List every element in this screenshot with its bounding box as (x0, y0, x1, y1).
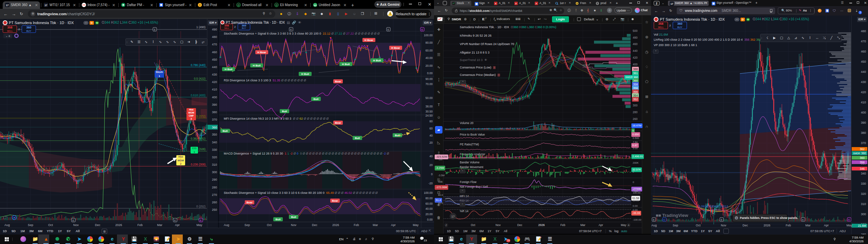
svg-text:07:59:04 UTC+7: 07:59:04 UTC+7 (579, 229, 601, 233)
svg-text:280: 280 (212, 186, 217, 189)
svg-text:3M: 3M (471, 229, 476, 233)
svg-text:Sep: Sep (28, 223, 33, 227)
svg-text:450: 450 (861, 60, 866, 63)
svg-text:Mar: Mar (157, 223, 162, 227)
svg-text:Apr: Apr (598, 223, 603, 227)
svg-text:All: All (504, 229, 507, 233)
svg-text:Foreign Flow: Foreign Flow (460, 180, 477, 184)
svg-text:H Bear: H Bear (391, 46, 400, 49)
svg-text:40: 40 (430, 155, 433, 158)
svg-text:362: 362 (860, 147, 865, 151)
svg-text:Mar: Mar (580, 223, 586, 227)
svg-text:Price to Book Value: Price to Book Value (460, 133, 485, 136)
svg-text:38.00: 38.00 (426, 105, 433, 108)
svg-text:460: 460 (861, 50, 866, 53)
svg-text:90.00: 90.00 (426, 77, 433, 81)
svg-text:MOM: MOM (188, 111, 194, 114)
svg-text:Feb: Feb (354, 223, 359, 227)
svg-text:H Bear: H Bear (257, 51, 266, 54)
svg-text:60.00: 60.00 (426, 202, 433, 205)
svg-text:1: 1 (194, 150, 195, 154)
svg-text:E: E (154, 28, 156, 31)
svg-text:460: 460 (212, 50, 217, 54)
svg-text:May: May (846, 224, 852, 227)
svg-text:5D: 5D (455, 229, 459, 233)
svg-text:log: log (614, 229, 618, 233)
svg-text:1M: 1M (463, 229, 468, 233)
svg-text:YTD: YTD (691, 229, 697, 233)
svg-text:⌃: ⌃ (461, 170, 463, 172)
svg-text:E: E (802, 218, 804, 221)
svg-text:400: 400 (861, 111, 866, 114)
svg-text:Z: Z (446, 224, 447, 226)
svg-text:40.00: 40.00 (426, 207, 433, 210)
svg-text:340: 340 (861, 172, 866, 175)
svg-text:420: 420 (212, 80, 217, 84)
svg-text:07:59:05 UTC+7: 07:59:05 UTC+7 (810, 229, 834, 233)
svg-text:Aug: Aug (4, 223, 10, 227)
svg-text:E: E (721, 218, 723, 221)
svg-text:CCI: CCI (192, 147, 197, 150)
svg-text:1: 1 (159, 75, 160, 78)
svg-text:ws: ws (313, 4, 317, 6)
svg-text:340: 340 (212, 141, 217, 144)
svg-text:0.786 (440): 0.786 (440) (191, 63, 206, 67)
svg-text:⌃: ⌃ (461, 203, 463, 206)
svg-text:H Bull: H Bull (224, 68, 232, 71)
svg-text:5D: 5D (661, 229, 665, 233)
svg-text:360: 360 (212, 126, 217, 129)
svg-text:May: May (413, 223, 419, 227)
svg-text:auto: auto (621, 229, 627, 233)
svg-text:430: 430 (861, 80, 866, 84)
svg-text:Feb: Feb (560, 223, 566, 227)
svg-text:5Y: 5Y (708, 229, 712, 233)
svg-text:Bull: Bull (222, 129, 228, 133)
svg-text:Dec: Dec (517, 223, 522, 227)
svg-text:Bear: Bear (335, 121, 341, 124)
svg-text:Bull: Bull (355, 137, 360, 140)
svg-text:Bandar Movement: Bandar Movement (460, 165, 484, 169)
svg-text:310: 310 (212, 163, 217, 166)
svg-text:0 (252): 0 (252) (196, 205, 205, 208)
svg-text:Oct: Oct (471, 223, 475, 227)
svg-text:E: E (388, 28, 389, 31)
svg-text:Bear: Bear (246, 201, 253, 204)
svg-text:H Bull: H Bull (342, 63, 350, 66)
svg-text:370: 370 (861, 141, 866, 145)
svg-text:E: E (290, 28, 292, 31)
svg-text:80.00: 80.00 (426, 197, 433, 200)
svg-text:E: E (421, 28, 423, 31)
svg-text:Aug: Aug (651, 224, 657, 227)
svg-text:Apr: Apr (391, 223, 396, 227)
svg-text:Feb: Feb (137, 223, 143, 227)
svg-text:20.00: 20.00 (426, 212, 433, 216)
svg-text:Bear: Bear (332, 199, 338, 202)
svg-text:0.382 (342): 0.382 (342) (191, 137, 206, 140)
svg-text:480: 480 (861, 29, 866, 33)
svg-text:@: @ (237, 4, 240, 6)
svg-text:60.00: 60.00 (426, 49, 433, 52)
svg-text:H Bull: H Bull (253, 64, 260, 67)
svg-text:%: % (609, 229, 612, 233)
svg-text:Apr: Apr (824, 224, 829, 227)
svg-text:5Y: 5Y (496, 229, 499, 233)
svg-text:Mar: Mar (373, 223, 378, 227)
svg-text:380: 380 (212, 110, 217, 114)
svg-text:PE Ratio(TTM): PE Ratio(TTM) (460, 143, 479, 146)
svg-text:!: ! (199, 3, 200, 7)
svg-text:Dec: Dec (743, 224, 748, 227)
svg-text:24.50: 24.50 (426, 114, 433, 117)
svg-text:0: 0 (431, 172, 433, 176)
svg-text:450: 450 (212, 58, 217, 61)
svg-text:@: @ (275, 4, 278, 6)
svg-text:Oct: Oct (696, 224, 701, 227)
svg-text:May: May (196, 223, 202, 227)
svg-text:3: 3 (191, 118, 192, 120)
svg-text:40: 40 (430, 134, 433, 137)
svg-text:20: 20 (430, 141, 433, 144)
svg-text:6M: 6M (684, 229, 688, 233)
svg-text:390: 390 (212, 103, 217, 106)
svg-text:330: 330 (212, 148, 217, 151)
svg-text:360: 360 (861, 151, 866, 155)
svg-text:Bull: Bull (282, 110, 287, 113)
